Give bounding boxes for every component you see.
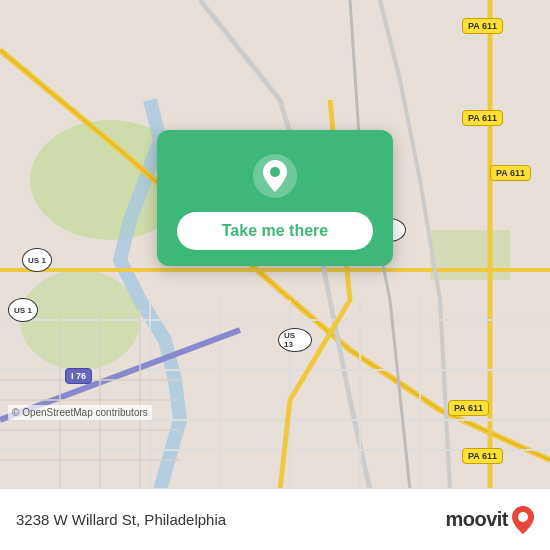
road-badge-us1-bot: US 1 (8, 298, 38, 322)
action-card: Take me there (157, 130, 393, 266)
svg-rect-3 (430, 230, 510, 280)
bottom-bar: 3238 W Willard St, Philadelphia moovit (0, 488, 550, 550)
moovit-logo: moovit (445, 506, 534, 534)
road-badge-pa611-bot: PA 611 (448, 400, 489, 416)
road-badge-pa611-mid: PA 611 (462, 110, 503, 126)
moovit-pin-icon (512, 506, 534, 534)
address-text: 3238 W Willard St, Philadelphia (16, 511, 226, 528)
road-badge-pa611-top: PA 611 (462, 18, 503, 34)
location-pin-icon (251, 152, 299, 200)
moovit-text: moovit (445, 508, 508, 531)
road-badge-us1-left: US 1 (22, 248, 52, 272)
map-attribution: © OpenStreetMap contributors (8, 405, 152, 420)
road-badge-pa611-right: PA 611 (490, 165, 531, 181)
svg-point-21 (270, 167, 280, 177)
svg-point-22 (518, 512, 528, 522)
road-badge-i76: I 76 (65, 368, 92, 384)
road-badge-pa611-far: PA 611 (462, 448, 503, 464)
map-container: PA 611 PA 611 PA 611 US 13 US 13 US 1 US… (0, 0, 550, 490)
take-me-there-button[interactable]: Take me there (177, 212, 373, 250)
road-badge-us13-bot: US 13 (278, 328, 312, 352)
